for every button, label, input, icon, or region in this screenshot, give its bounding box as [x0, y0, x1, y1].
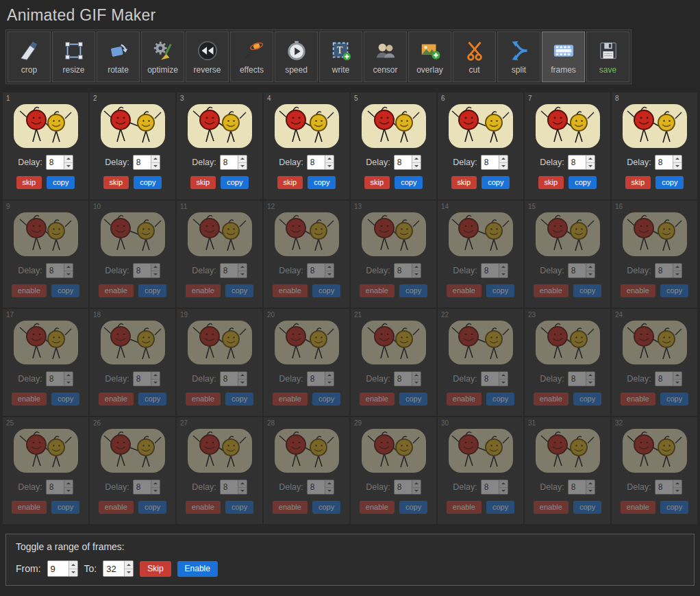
copy-button[interactable]: copy [308, 176, 336, 189]
range-from-input[interactable] [47, 560, 78, 577]
delay-input[interactable] [307, 263, 334, 278]
spinner-up-icon[interactable] [325, 264, 334, 271]
spinner-down-icon[interactable] [64, 271, 73, 278]
spinner-down-icon[interactable] [325, 162, 334, 170]
skip-button[interactable]: skip [625, 176, 651, 189]
delay-spinner[interactable] [151, 372, 160, 386]
delay-input[interactable] [220, 263, 247, 278]
delay-value[interactable] [655, 480, 673, 494]
delay-input[interactable] [307, 155, 334, 170]
copy-button[interactable]: copy [655, 176, 684, 189]
delay-input[interactable] [46, 263, 73, 278]
spinner-up-icon[interactable] [325, 372, 334, 379]
toolbar-button-cut[interactable]: cut [453, 32, 496, 82]
copy-button[interactable]: copy [134, 176, 162, 189]
delay-value[interactable] [568, 480, 586, 494]
spinner-up-icon[interactable] [499, 372, 508, 379]
spinner-down-icon[interactable] [499, 379, 508, 386]
spinner-down-icon[interactable] [586, 487, 595, 495]
copy-button[interactable]: copy [225, 501, 253, 514]
copy-button[interactable]: copy [312, 284, 340, 297]
copy-button[interactable]: copy [138, 284, 166, 297]
spinner-up-icon[interactable] [586, 372, 595, 379]
delay-value[interactable] [134, 480, 151, 494]
toolbar-button-crop[interactable]: crop [8, 32, 51, 82]
copy-button[interactable]: copy [486, 393, 514, 406]
toolbar-button-save[interactable]: save [586, 32, 629, 82]
copy-button[interactable]: copy [399, 393, 427, 406]
copy-button[interactable]: copy [660, 284, 688, 297]
spinner-down-icon[interactable] [673, 379, 682, 386]
delay-value[interactable] [395, 372, 412, 386]
delay-value[interactable] [568, 264, 586, 277]
delay-spinner[interactable] [151, 156, 160, 169]
copy-button[interactable]: copy [47, 176, 75, 189]
toolbar-button-optimize[interactable]: optimize [141, 32, 184, 82]
range-enable-button[interactable]: Enable [177, 561, 218, 577]
enable-button[interactable]: enable [534, 501, 568, 514]
delay-spinner[interactable] [238, 156, 247, 169]
spinner-up-icon[interactable] [238, 156, 247, 162]
spinner-down-icon[interactable] [499, 271, 508, 278]
delay-spinner[interactable] [325, 372, 334, 386]
delay-input[interactable] [133, 155, 160, 170]
spinner-down-icon[interactable] [499, 162, 508, 170]
copy-button[interactable]: copy [138, 393, 166, 406]
spinner-up-icon[interactable] [586, 480, 595, 487]
delay-spinner[interactable] [412, 480, 421, 494]
delay-spinner[interactable] [412, 264, 421, 277]
enable-button[interactable]: enable [360, 501, 395, 514]
delay-input[interactable] [655, 263, 682, 278]
toolbar-button-rotate[interactable]: rotate [97, 32, 140, 82]
delay-value[interactable] [221, 480, 238, 494]
spinner-up-icon[interactable] [499, 264, 508, 271]
spinner-down-icon[interactable] [325, 271, 334, 278]
enable-button[interactable]: enable [273, 393, 308, 406]
delay-value[interactable] [308, 480, 325, 494]
delay-spinner[interactable] [673, 372, 682, 386]
spinner-up-icon[interactable] [499, 156, 508, 162]
spinner-up-icon[interactable] [673, 372, 682, 379]
copy-button[interactable]: copy [51, 501, 79, 514]
delay-input[interactable] [481, 371, 508, 386]
delay-value[interactable] [395, 156, 412, 169]
spinner-up-icon[interactable] [238, 372, 247, 379]
spinner-down-icon[interactable] [64, 162, 73, 170]
delay-spinner[interactable] [586, 156, 595, 169]
copy-button[interactable]: copy [573, 284, 601, 297]
toolbar-button-reverse[interactable]: reverse [186, 32, 229, 82]
spinner-up-icon[interactable] [586, 264, 595, 271]
toolbar-button-split[interactable]: split [497, 32, 540, 82]
spinner-down-icon[interactable] [69, 569, 77, 577]
delay-spinner[interactable] [238, 372, 247, 386]
skip-button[interactable]: skip [451, 176, 477, 189]
delay-input[interactable] [394, 155, 421, 170]
delay-value[interactable] [47, 480, 64, 494]
delay-input[interactable] [133, 480, 160, 495]
spinner-down-icon[interactable] [673, 271, 682, 278]
spinner-up-icon[interactable] [151, 264, 160, 271]
spinner-down-icon[interactable] [586, 271, 595, 278]
spinner-up-icon[interactable] [64, 480, 73, 487]
spinner-up-icon[interactable] [325, 480, 334, 487]
delay-value[interactable] [47, 156, 64, 169]
enable-button[interactable]: enable [621, 284, 655, 297]
delay-input[interactable] [655, 371, 682, 386]
spinner-down-icon[interactable] [412, 162, 421, 170]
delay-spinner[interactable] [673, 264, 682, 277]
spinner-up-icon[interactable] [412, 156, 421, 162]
enable-button[interactable]: enable [360, 284, 395, 297]
spinner-up-icon[interactable] [64, 264, 73, 271]
delay-spinner[interactable] [412, 156, 421, 169]
delay-input[interactable] [394, 263, 421, 278]
range-to-input[interactable] [103, 560, 134, 577]
delay-input[interactable] [655, 480, 682, 495]
spinner-down-icon[interactable] [238, 487, 247, 495]
delay-input[interactable] [307, 371, 334, 386]
spinner-down-icon[interactable] [238, 271, 247, 278]
spinner-up-icon[interactable] [412, 264, 421, 271]
delay-input[interactable] [655, 155, 682, 170]
copy-button[interactable]: copy [51, 284, 79, 297]
copy-button[interactable]: copy [568, 176, 597, 189]
copy-button[interactable]: copy [312, 501, 340, 514]
